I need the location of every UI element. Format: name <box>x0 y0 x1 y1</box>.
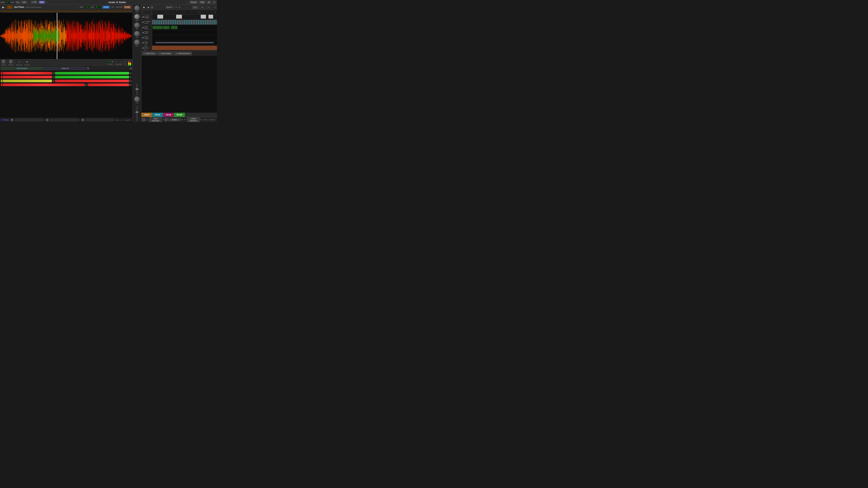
add-drums-btn[interactable]: + Add Drums <box>142 52 157 55</box>
section-empty <box>185 113 217 117</box>
high-knob[interactable] <box>134 14 140 19</box>
sample-btn-4b[interactable]: × <box>129 84 132 86</box>
sample-bar-2b[interactable] <box>55 76 129 78</box>
mute-piano-icon[interactable]: 🔊 <box>142 37 144 38</box>
pad-mini-knob-1[interactable] <box>10 119 13 122</box>
arranger-stop-btn[interactable]: ■ <box>147 6 150 9</box>
main-fader[interactable] <box>136 84 137 95</box>
mode-btn[interactable]: min <box>21 1 27 4</box>
sample-btn-2b[interactable]: × <box>129 76 132 78</box>
sample-pad-2[interactable] <box>1 76 2 78</box>
range1-btn[interactable]: 1-2 <box>192 6 198 9</box>
record-btn[interactable] <box>151 6 153 8</box>
main-waveform-area[interactable] <box>0 13 132 59</box>
fullscreen-btn[interactable]: ⤢ <box>214 6 216 9</box>
fader-track[interactable] <box>136 106 137 121</box>
mute-pad-icon[interactable]: 🔊 <box>142 32 144 33</box>
bass-track-label: R&B Bass <box>145 26 151 29</box>
bass-clip-3[interactable] <box>171 26 178 29</box>
mute-bass-icon[interactable]: 🔊 <box>142 27 144 29</box>
sample-bar-3b[interactable] <box>55 79 129 82</box>
range2-btn[interactable]: 3-4 <box>199 6 206 9</box>
hook-btn[interactable]: Hook <box>142 113 152 117</box>
attack-knob[interactable] <box>2 60 6 64</box>
sample-bar-4[interactable] <box>3 84 85 86</box>
find-samples-btn[interactable]: Find Samples <box>1 67 43 70</box>
bass-track-timeline[interactable] <box>152 25 217 30</box>
mute-drums-icon[interactable]: 🔊 <box>142 21 144 23</box>
sample-btn-1b[interactable]: × <box>129 72 132 74</box>
sample-bar-2[interactable] <box>3 76 52 78</box>
hard-sidechain-btn[interactable]: Hard Sidechain <box>149 117 162 122</box>
sample-btn-2[interactable]: × <box>52 76 55 78</box>
piano-track-timeline[interactable] <box>152 35 217 40</box>
eq-indicator <box>146 119 148 121</box>
fx-page-prev[interactable]: ◁ <box>202 119 204 121</box>
pad-select-3[interactable] <box>86 119 114 122</box>
sample-btn-3b[interactable]: × <box>129 80 132 82</box>
clip-main-3[interactable] <box>201 15 206 19</box>
arrow-next[interactable]: ▷ <box>123 119 125 121</box>
low-knob[interactable] <box>134 31 140 36</box>
pad-select-2[interactable] <box>50 119 78 122</box>
reverse-btn[interactable]: ◁ <box>17 60 21 64</box>
mute-808-icon[interactable]: 🔊 <box>142 47 144 49</box>
808-track-timeline[interactable] <box>152 45 217 51</box>
ruler-5: 5 <box>168 10 173 14</box>
favorite-btn[interactable]: ★ <box>25 60 29 64</box>
sample-btn-1[interactable]: × <box>52 72 55 74</box>
sample-btn-4[interactable]: × <box>85 84 88 86</box>
clip-main-2[interactable] <box>176 15 182 19</box>
settings-btn[interactable]: ⚙ <box>207 1 211 4</box>
filter-pad-timeline[interactable] <box>152 40 217 45</box>
trash-btn[interactable]: 🗑 <box>87 67 89 70</box>
sample-pad-1[interactable] <box>1 72 2 74</box>
bass-clip-2[interactable] <box>163 26 170 29</box>
filter-knob[interactable] <box>134 39 140 45</box>
add-section-btn[interactable]: + <box>207 6 210 9</box>
braker-btn[interactable]: Braker <box>168 118 181 121</box>
minimize-btn[interactable]: – <box>212 1 216 4</box>
sample-btn-3[interactable]: × <box>52 80 55 82</box>
release-knob[interactable] <box>9 60 13 64</box>
sample-bar-3[interactable] <box>3 79 52 82</box>
gain-knob[interactable] <box>134 5 140 11</box>
pad-mini-knob-2[interactable] <box>46 119 49 122</box>
limiter-btn[interactable]: Limiter Squeezer <box>187 117 200 122</box>
arrow-prev[interactable]: ◁ <box>120 119 122 121</box>
play-btn[interactable]: ▶ <box>2 5 5 9</box>
clip-main-1[interactable] <box>157 15 163 19</box>
bass-clip-1[interactable] <box>153 26 162 29</box>
sample-bar-4b[interactable] <box>88 84 129 86</box>
sample-bar-1b[interactable] <box>55 72 129 74</box>
sample-pad-3[interactable] <box>1 79 2 82</box>
help-btn[interactable]: Help <box>199 1 206 4</box>
mid-knob[interactable] <box>134 23 140 28</box>
magic-pad-timeline[interactable] <box>152 30 217 35</box>
arranger-play-btn[interactable]: ▶ <box>143 6 146 9</box>
pan-knob[interactable] <box>134 96 140 102</box>
sample-pad-4[interactable] <box>1 84 2 86</box>
sync2-btn[interactable]: SYNC <box>124 6 131 8</box>
eq-btn[interactable]: ⊞ <box>130 67 132 70</box>
export-btn[interactable]: Export <box>189 1 198 4</box>
verse2-btn[interactable]: Verse <box>163 113 174 117</box>
mute-main-icon[interactable]: 🔊 <box>142 16 144 18</box>
main-track-timeline[interactable] <box>152 14 217 19</box>
mute-filter-icon[interactable]: 🔊 <box>142 42 144 43</box>
mix-btn[interactable]: MIX <box>39 1 45 4</box>
fx-btn[interactable]: + FX <box>31 1 38 4</box>
add-instrument-btn[interactable]: ↗ Add Instrument <box>174 52 192 55</box>
pad-select-1[interactable] <box>15 119 42 122</box>
verse1-btn[interactable]: Verse <box>152 113 163 117</box>
sync-btn[interactable]: SYNC <box>102 6 110 8</box>
pad-mini-knob-3[interactable] <box>81 119 85 122</box>
select-all-btn[interactable]: Select All <box>44 67 86 70</box>
reverse-btn-fx[interactable]: ↺ <box>184 118 186 121</box>
break-btn[interactable]: Break <box>174 113 185 117</box>
sample-bar-1[interactable] <box>3 72 52 74</box>
fx-page-next[interactable]: ▷ <box>208 119 210 121</box>
clip-main-4[interactable] <box>209 15 213 19</box>
add-sample-btn[interactable]: + Add Sample <box>157 52 173 55</box>
drums-track-timeline[interactable] <box>152 19 217 25</box>
